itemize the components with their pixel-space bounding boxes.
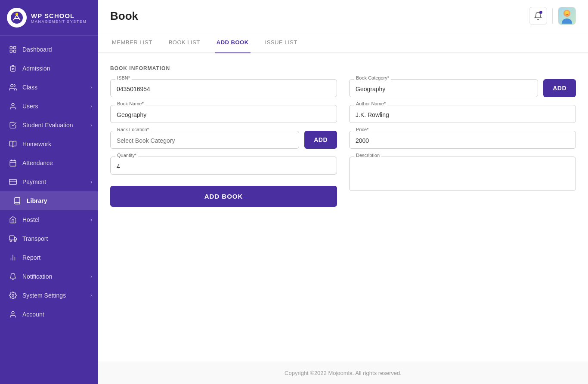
main-content: Book: [98, 0, 588, 384]
sidebar-item-label-library: Library: [27, 197, 47, 204]
rack-add-button[interactable]: ADD: [304, 131, 337, 149]
book-name-input[interactable]: [110, 105, 337, 123]
sidebar-item-users[interactable]: Users ›: [0, 97, 98, 116]
transport-icon: [9, 234, 17, 243]
svg-rect-15: [9, 179, 17, 184]
svg-point-19: [10, 240, 12, 242]
notification-dot: [539, 11, 542, 14]
sidebar-item-label-report: Report: [22, 254, 40, 261]
sidebar-logo: WP SCHOOL MANAGEMENT SYSTEM: [0, 0, 98, 36]
sidebar-item-payment[interactable]: Payment ›: [0, 172, 98, 191]
sidebar-item-label-users: Users: [22, 103, 38, 110]
quantity-label: Quantity*: [115, 153, 138, 158]
sidebar-item-hostel[interactable]: Hostel ›: [0, 210, 98, 229]
author-name-group: Author Name*: [349, 105, 576, 123]
sidebar-item-account[interactable]: Account: [0, 305, 98, 324]
section-label: BOOK INFORMATION: [110, 65, 576, 71]
topbar: Book: [98, 0, 588, 32]
evaluation-icon: [9, 121, 17, 129]
tab-member-list[interactable]: MEMBER LIST: [110, 32, 154, 53]
svg-point-1: [15, 13, 18, 15]
sidebar-item-homework[interactable]: Homework: [0, 135, 98, 154]
report-icon: [9, 253, 17, 262]
tabs-bar: MEMBER LIST BOOK LIST ADD BOOK ISSUE LIS…: [98, 32, 588, 53]
form-two-col: ISBN* Book Name* Rack Location* ADD: [110, 79, 576, 207]
book-name-label: Book Name*: [115, 101, 145, 106]
sidebar-item-label-payment: Payment: [22, 178, 46, 185]
svg-rect-11: [10, 160, 16, 166]
book-category-add-button[interactable]: ADD: [543, 79, 576, 97]
sidebar-item-label-attendance: Attendance: [22, 160, 53, 166]
sidebar-item-label-transport: Transport: [22, 235, 48, 242]
notification-button[interactable]: [529, 7, 547, 25]
sidebar-item-label-account: Account: [22, 311, 44, 318]
sidebar-item-transport[interactable]: Transport: [0, 229, 98, 248]
avatar: [558, 7, 576, 25]
page-title: Book: [110, 9, 138, 23]
sidebar-item-library[interactable]: Library: [0, 191, 98, 210]
quantity-input[interactable]: [110, 157, 337, 175]
sidebar-item-dashboard[interactable]: Dashboard: [0, 40, 98, 59]
sidebar-item-notification[interactable]: Notification ›: [0, 267, 98, 286]
footer: Copyright ©2022 Mojoomla. All rights res…: [98, 362, 588, 384]
sidebar-item-system-settings[interactable]: System Settings ›: [0, 286, 98, 305]
book-category-label: Book Category*: [354, 75, 391, 80]
isbn-group: ISBN*: [110, 79, 337, 97]
account-icon: [9, 310, 17, 319]
svg-point-9: [11, 84, 13, 87]
sidebar-item-label-class: Class: [22, 84, 37, 91]
price-label: Price*: [354, 127, 370, 132]
tab-issue-list[interactable]: ISSUE LIST: [263, 32, 299, 53]
users-icon: [9, 102, 17, 111]
settings-icon: [9, 291, 17, 300]
dashboard-icon: [9, 45, 17, 54]
sidebar-item-student-evaluation[interactable]: Student Evaluation ›: [0, 116, 98, 135]
svg-rect-17: [9, 236, 14, 240]
payment-icon: [9, 178, 17, 186]
svg-rect-2: [10, 46, 12, 49]
form-right-col: Book Category* ADD Author Name*: [349, 79, 576, 193]
sidebar-item-label-hostel: Hostel: [22, 216, 40, 223]
book-category-row: ADD: [349, 79, 576, 97]
rack-row: ADD: [110, 131, 337, 149]
author-name-input[interactable]: [349, 105, 576, 123]
class-chevron: ›: [90, 84, 92, 90]
book-category-input[interactable]: [349, 79, 538, 97]
rack-location-label: Rack Location*: [115, 127, 151, 132]
description-input[interactable]: [349, 157, 576, 191]
svg-point-10: [12, 103, 14, 106]
book-category-group: Book Category* ADD: [349, 79, 576, 97]
admission-icon: [9, 64, 17, 73]
logo-text: WP SCHOOL MANAGEMENT SYSTEM: [31, 12, 87, 24]
svg-point-25: [12, 311, 14, 314]
sidebar-item-report[interactable]: Report: [0, 248, 98, 267]
sidebar-item-attendance[interactable]: Attendance: [0, 154, 98, 172]
sidebar-item-class[interactable]: Class ›: [0, 78, 98, 97]
avatar-button[interactable]: [558, 7, 576, 25]
library-icon: [13, 197, 22, 205]
settings-chevron: ›: [90, 292, 92, 298]
attendance-icon: [9, 159, 17, 167]
book-category-input-group: [349, 79, 538, 97]
sidebar-item-admission[interactable]: Admission: [0, 59, 98, 78]
tab-book-list[interactable]: BOOK LIST: [167, 32, 202, 53]
isbn-input[interactable]: [110, 79, 337, 97]
form-left-col: ISBN* Book Name* Rack Location* ADD: [110, 79, 337, 207]
sidebar-item-label-notification: Notification: [22, 273, 52, 280]
notification-icon: [9, 272, 17, 281]
add-book-button[interactable]: ADD BOOK: [110, 186, 337, 207]
payment-chevron: ›: [90, 179, 92, 185]
price-group: Price*: [349, 131, 576, 149]
topbar-right: [529, 7, 576, 25]
svg-rect-3: [14, 46, 16, 49]
author-name-label: Author Name*: [354, 101, 387, 106]
svg-rect-6: [12, 65, 14, 67]
description-label: Description: [354, 153, 381, 158]
price-input[interactable]: [349, 131, 576, 149]
homework-icon: [9, 140, 17, 148]
footer-text: Copyright ©2022 Mojoomla. All rights res…: [285, 370, 402, 376]
isbn-label: ISBN*: [115, 75, 132, 80]
hostel-icon: [9, 215, 17, 224]
rack-location-input[interactable]: [110, 131, 299, 149]
tab-add-book[interactable]: ADD BOOK: [215, 32, 251, 53]
